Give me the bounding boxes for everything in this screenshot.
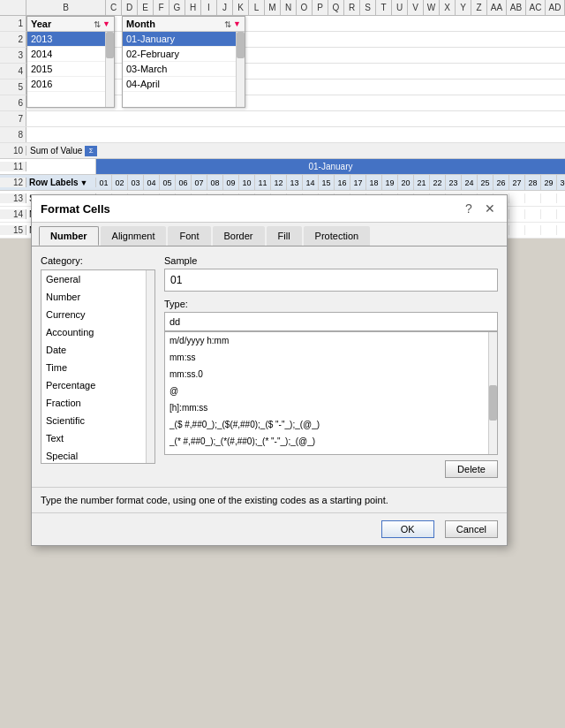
month-filter-scrollbar[interactable]: [236, 32, 245, 107]
type-item-5[interactable]: _($ #,##0_);_($(#,##0);_($ "-"_);_(@_): [165, 416, 497, 433]
type-item-2[interactable]: mm:ss.0: [165, 366, 497, 383]
year-item-2014[interactable]: 2014: [27, 47, 114, 62]
tab-font[interactable]: Font: [168, 226, 210, 246]
type-item-4[interactable]: [h]:mm:ss: [165, 399, 497, 416]
col-header-v: V: [408, 0, 424, 15]
type-item-0[interactable]: m/d/yyyy h:mm: [165, 332, 497, 349]
tab-alignment[interactable]: Alignment: [101, 226, 167, 246]
delete-button[interactable]: Delete: [445, 460, 498, 478]
cat-scientific[interactable]: Scientific: [41, 412, 154, 429]
year-filter-icons: ⇅ ▼: [94, 19, 110, 29]
col-header-s: S: [360, 0, 376, 15]
col-header-n: N: [281, 0, 297, 15]
col-header-p: P: [313, 0, 328, 15]
ok-button[interactable]: OK: [381, 520, 434, 538]
format-cells-dialog: Format Cells ? ✕ Number Alignment Font B…: [31, 194, 508, 546]
type-list: m/d/yyyy h:mm mm:ss mm:ss.0 @ [h]:mm:ss …: [164, 331, 498, 455]
col-header-q: Q: [328, 0, 344, 15]
category-scrollbar[interactable]: [146, 270, 154, 463]
year-filter-sort-icon[interactable]: ⇅: [94, 19, 101, 29]
cat-accounting[interactable]: Accounting: [41, 323, 154, 341]
year-filter-title: Year: [31, 19, 51, 29]
dialog-titlebar: Format Cells ? ✕: [32, 195, 507, 223]
month-item-apr[interactable]: 04-April: [123, 77, 245, 92]
month-scroll-thumb: [237, 32, 245, 58]
month-item-mar[interactable]: 03-March: [123, 62, 245, 77]
month-filter-panel: Month ⇅ ▼ 01-January 02-February 03-Marc…: [122, 16, 245, 108]
tab-protection[interactable]: Protection: [304, 226, 371, 246]
col-header-ab: AB: [507, 0, 526, 15]
help-text: Type the number format code, using one o…: [32, 487, 507, 512]
col-header-j: J: [217, 0, 233, 15]
cat-fraction[interactable]: Fraction: [41, 394, 154, 412]
row-labels-dropdown[interactable]: ▼: [80, 178, 88, 187]
cat-date[interactable]: Date: [41, 341, 154, 359]
col-header-g: G: [170, 0, 185, 15]
type-item-7[interactable]: _($ #,##0.00_);_($(#,##0.00);_($ "-"??_)…: [165, 450, 497, 455]
category-list: General Number Currency Accounting Date …: [41, 269, 155, 464]
dialog-title: Format Cells: [41, 202, 110, 216]
cat-time[interactable]: Time: [41, 359, 154, 376]
col-header-u: U: [392, 0, 408, 15]
type-scrollbar[interactable]: [488, 332, 497, 454]
ss-row-7: 7: [0, 111, 565, 127]
type-item-6[interactable]: _(* #,##0_);_(*(#,##0);_(* "-"_);_(@_): [165, 433, 497, 450]
month-item-jan[interactable]: 01-January: [123, 32, 245, 47]
type-input-field[interactable]: [170, 316, 493, 327]
col-header-o: O: [297, 0, 313, 15]
cat-number[interactable]: Number: [41, 288, 154, 306]
type-input[interactable]: [164, 312, 498, 331]
dialog-footer: OK Cancel: [32, 512, 507, 545]
sample-box: 01: [164, 269, 498, 292]
col-header-e: E: [138, 0, 154, 15]
tab-fill[interactable]: Fill: [267, 226, 302, 246]
january-header: 01-January: [96, 159, 565, 174]
cat-percentage[interactable]: Percentage: [41, 376, 154, 394]
dialog-tabs: Number Alignment Font Border Fill Protec…: [32, 223, 507, 246]
col-header-c: C: [106, 0, 122, 15]
year-filter-panel: Year ⇅ ▼ 2013 2014 2015 2016: [26, 16, 115, 108]
sample-label: Sample: [164, 255, 498, 266]
col-header-k: K: [233, 0, 249, 15]
dialog-help-button[interactable]: ?: [461, 201, 477, 216]
type-item-1[interactable]: mm:ss: [165, 349, 497, 366]
month-filter-header: Month ⇅ ▼: [123, 17, 245, 32]
type-section: Type: m/d/yyyy h:mm mm:ss mm:ss.0 @ [h]:…: [164, 299, 498, 455]
day-number-headers: 01 02 03 04 05 06 07 08 09 10 11 12 13 1…: [96, 175, 565, 191]
month-filter-dropdown-icon[interactable]: ▼: [233, 19, 241, 29]
year-filter-scrollbar[interactable]: [105, 32, 114, 107]
cat-currency[interactable]: Currency: [41, 306, 154, 323]
category-label: Category:: [41, 255, 155, 266]
month-item-feb[interactable]: 02-February: [123, 47, 245, 62]
col-header-m: M: [265, 0, 281, 15]
col-header-y: Y: [456, 0, 471, 15]
filter-panels: Year ⇅ ▼ 2013 2014 2015 2016 Month: [26, 16, 245, 108]
col-header-ad: AD: [546, 0, 565, 15]
year-filter-list: 2013 2014 2015 2016: [27, 32, 114, 107]
cat-special[interactable]: Special: [41, 447, 154, 464]
month-filter-list: 01-January 02-February 03-March 04-April: [123, 32, 245, 107]
col-header-b: B: [26, 0, 106, 15]
cat-general[interactable]: General: [41, 270, 154, 288]
tab-number[interactable]: Number: [39, 226, 99, 246]
col-header-aa: AA: [487, 0, 507, 15]
dialog-body: Category: General Number Currency Accoun…: [32, 246, 507, 487]
year-item-2016[interactable]: 2016: [27, 77, 114, 92]
year-item-2013[interactable]: 2013: [27, 32, 114, 47]
month-filter-icons: ⇅ ▼: [224, 19, 241, 29]
ss-row-8: 8: [0, 127, 565, 143]
year-item-2015[interactable]: 2015: [27, 62, 114, 77]
col-header-ac: AC: [526, 0, 546, 15]
tab-border[interactable]: Border: [213, 226, 265, 246]
cancel-button[interactable]: Cancel: [445, 520, 498, 538]
sample-section: Sample 01: [164, 255, 498, 292]
year-filter-dropdown-icon[interactable]: ▼: [102, 19, 110, 29]
sum-of-value-label: Sum of Value: [30, 146, 82, 155]
type-item-3[interactable]: @: [165, 383, 497, 399]
cat-text[interactable]: Text: [41, 429, 154, 447]
month-filter-sort-icon[interactable]: ⇅: [224, 19, 231, 29]
year-scroll-thumb: [106, 32, 114, 58]
col-header-l: L: [249, 0, 265, 15]
dialog-close-button[interactable]: ✕: [482, 201, 498, 216]
delete-btn-container: Delete: [164, 460, 498, 478]
